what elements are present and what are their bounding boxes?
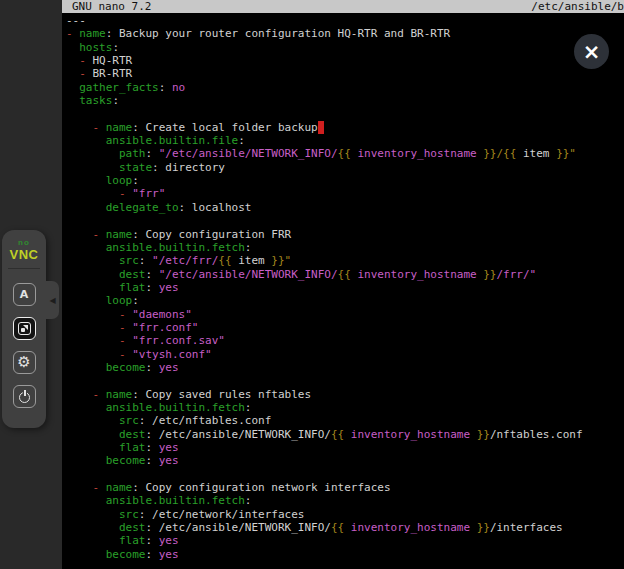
editor-line: - BR-RTR (66, 67, 624, 80)
text-cursor (318, 121, 325, 134)
vnc-sidebar: no VNC A ⚙ ◀ (0, 0, 62, 569)
extra-keys-button[interactable]: A (13, 283, 36, 306)
novnc-logo-top: no (10, 239, 39, 247)
editor-line: dest: /etc/ansible/NETWORK_INFO/{{ inven… (66, 521, 624, 534)
editor-line: ansible.builtin.fetch: (66, 494, 624, 507)
editor-line: become: yes (66, 454, 624, 467)
editor-line: gather_facts: no (66, 81, 624, 94)
editor-area[interactable]: ---- name: Backup your router configurat… (66, 14, 624, 569)
editor-line: ansible.builtin.fetch: (66, 401, 624, 414)
editor-line: - name: Copy configuration FRR (66, 228, 624, 241)
editor-line: - name: Backup your router configuration… (66, 27, 624, 40)
editor-line: dest: /etc/ansible/NETWORK_INFO/{{ inven… (66, 428, 624, 441)
collapse-arrow-icon: ◀ (49, 296, 55, 305)
power-button[interactable] (13, 385, 36, 408)
editor-line: --- (66, 14, 624, 27)
vnc-control-panel: no VNC A ⚙ (2, 230, 46, 428)
editor-line: path: "/etc/ansible/NETWORK_INFO/{{ inve… (66, 147, 624, 160)
editor-line: loop: (66, 294, 624, 307)
gear-icon: ⚙ (17, 355, 30, 370)
editor-line: tasks: (66, 94, 624, 107)
editor-line: - "frr.conf" (66, 321, 624, 334)
editor-line: state: directory (66, 161, 624, 174)
editor-line: src: /etc/network/interfaces (66, 508, 624, 521)
editor-line: src: /etc/nftables.conf (66, 414, 624, 427)
editor-line: - "frr.conf.sav" (66, 334, 624, 347)
editor-line: src: "/etc/frr/{{ item }}" (66, 254, 624, 267)
novnc-logo-bottom: VNC (10, 248, 39, 261)
editor-line: - "vtysh.conf" (66, 348, 624, 361)
editor-line: ansible.builtin.file: (66, 134, 624, 147)
editor-line: flat: yes (66, 441, 624, 454)
editor-line: - "daemons" (66, 308, 624, 321)
editor-line: ansible.builtin.fetch: (66, 241, 624, 254)
editor-line: - name: Copy saved rules nftables (66, 388, 624, 401)
editor-line: hosts: (66, 41, 624, 54)
novnc-logo: no VNC (10, 239, 39, 261)
nano-filename-label: /etc/ansible/b (531, 0, 624, 13)
editor-line: - "frr" (66, 187, 624, 200)
panel-collapse-handle[interactable]: ◀ (46, 281, 59, 319)
editor-line: - name: Create local folder backup (66, 121, 624, 134)
editor-line: dest: "/etc/ansible/NETWORK_INFO/{{ inve… (66, 268, 624, 281)
nano-version-label: GNU nano 7.2 (72, 0, 151, 13)
editor-line (66, 374, 624, 387)
editor-line: become: yes (66, 548, 624, 561)
close-icon: × (583, 40, 601, 64)
power-icon (18, 390, 31, 403)
editor-line: loop: (66, 174, 624, 187)
editor-line: flat: yes (66, 534, 624, 547)
fullscreen-icon (18, 322, 31, 335)
editor-line: - name: Copy configuration network inter… (66, 481, 624, 494)
vnc-screen[interactable]: GNU nano 7.2 /etc/ansible/b ---- name: B… (62, 0, 624, 569)
fullscreen-button[interactable] (13, 317, 36, 340)
editor-line: become: yes (66, 361, 624, 374)
close-button[interactable]: × (574, 34, 609, 69)
nano-titlebar: GNU nano 7.2 /etc/ansible/b (62, 0, 624, 13)
keyboard-a-icon: A (20, 288, 29, 301)
editor-line: - HQ-RTR (66, 54, 624, 67)
editor-line: flat: yes (66, 281, 624, 294)
settings-button[interactable]: ⚙ (13, 351, 36, 374)
panel-divider (8, 268, 40, 269)
editor-line: delegate_to: localhost (66, 201, 624, 214)
editor-line (66, 107, 624, 120)
editor-line (66, 214, 624, 227)
editor-line (66, 468, 624, 481)
